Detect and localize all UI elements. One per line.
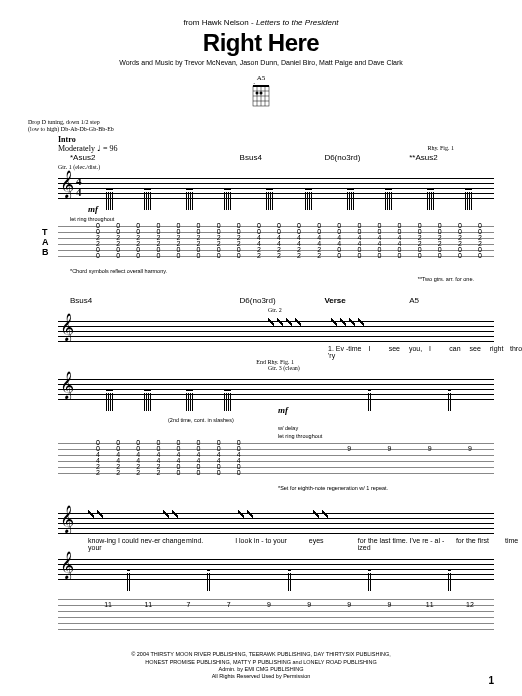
chord: Bsus4: [240, 153, 325, 162]
tab-numbers: 1111 77 99 99 1112: [88, 596, 490, 608]
tab-numbers: 002200002200002200002200 002200002200002…: [88, 223, 490, 259]
song-title: Right Here: [28, 29, 494, 57]
verse-label: Verse: [324, 296, 409, 305]
system-3: 𝄞 know-ing I could nev-er change your mi…: [28, 505, 494, 639]
lyrics-row-1: 1. Ev - 'rytimeIseeyou,Icanseerightthrou…: [88, 345, 522, 359]
svg-point-8: [256, 92, 259, 95]
footnote-2: **Two gtrs. arr. for one.: [28, 276, 494, 282]
svg-text:x: x: [253, 83, 255, 85]
delay-note: w/ delay: [28, 425, 494, 431]
chord-name: A5: [28, 74, 494, 82]
chord-row-2: Bsus4 D6(no3rd) Verse A5: [28, 296, 494, 305]
staff-2b: 𝄞 mf: [28, 371, 494, 415]
system-2: Bsus4 D6(no3rd) Verse A5 Gtr. 2 𝄞 1. Ev …: [28, 296, 494, 491]
chord: D6(no3rd): [240, 296, 325, 305]
tab-2: 004422004422004422004422 004400004400004…: [28, 443, 494, 483]
source-line: from Hawk Nelson - Letters to the Presid…: [28, 18, 494, 27]
chord: A5: [409, 296, 494, 305]
footnote-slashes: (2nd time, cont. in slashes): [28, 417, 494, 423]
page-number: 1: [488, 675, 494, 686]
chord-row-1: *Asus2 Bsus4 D6(no3rd) **Asus2: [28, 153, 494, 162]
copyright-line4: All Rights Reserved Used by Permission: [0, 673, 522, 680]
chord-diagram: A5 x: [28, 74, 494, 113]
tab-numbers: 004422004422004422004422 004400004400004…: [88, 440, 490, 476]
credits: Words and Music by Trevor McNevan, Jason…: [28, 59, 494, 66]
source-prefix: from Hawk Nelson -: [183, 18, 255, 27]
staff-2a: 𝄞: [28, 313, 494, 343]
treble-clef-icon: 𝄞: [60, 315, 74, 339]
treble-clef-icon: 𝄞: [60, 373, 74, 397]
tab-3: 1111 77 99 99 1112: [28, 599, 494, 639]
footnote-delay: *Set for eighth-note regeneration w/ 1 r…: [28, 485, 494, 491]
chord: *Asus2: [70, 153, 155, 162]
copyright-line3: Admin. by EMI CMG PUBLISHING: [0, 666, 522, 673]
source-album: Letters to the President: [256, 18, 339, 27]
treble-clef-icon: 𝄞: [60, 507, 74, 531]
staff-1: 𝄞 44 mf: [28, 170, 494, 214]
notes-area: [88, 375, 490, 411]
copyright-line2: HONEST PROMISE PUBLISHING, MATTY P PUBLI…: [0, 659, 522, 666]
staff-3b: 𝄞: [28, 551, 494, 595]
lyrics-row-2: know-ing I could nev-er change your mind…: [88, 537, 522, 551]
tuning-line2: (low to high) Db-Ab-Db-Gb-Bb-Eb: [28, 126, 494, 133]
system-1: *Asus2 Bsus4 D6(no3rd) **Asus2 Gtr. 1 (e…: [28, 153, 494, 282]
treble-clef-icon: 𝄞: [60, 172, 74, 196]
chord: [155, 296, 240, 305]
tab-label: TAB: [42, 228, 49, 258]
chord-grid: x: [250, 83, 272, 109]
tuning-line1: Drop D tuning, down 1/2 step: [28, 119, 494, 126]
time-signature: 44: [76, 176, 82, 197]
footnote-1: *Chord symbols reflect overall harmony.: [28, 268, 494, 274]
svg-point-9: [260, 92, 263, 95]
chord: **Asus2: [409, 153, 494, 162]
chord: D6(no3rd): [324, 153, 409, 162]
chord: Bsus4: [70, 296, 155, 305]
copyright-block: © 2004 THIRSTY MOON RIVER PUBLISHING, TE…: [0, 651, 522, 680]
copyright-line1: © 2004 THIRSTY MOON RIVER PUBLISHING, TE…: [0, 651, 522, 658]
notes-area: [88, 555, 490, 591]
chord: [155, 153, 240, 162]
rhy-fig-label: Rhy. Fig. 1: [427, 145, 454, 151]
tuning-info: Drop D tuning, down 1/2 step (low to hig…: [28, 119, 494, 133]
intro-label: Intro: [58, 135, 494, 144]
notes-area: [88, 174, 490, 210]
tab-1: TAB 002200002200002200002200 00220000220…: [28, 226, 494, 266]
staff-3a: 𝄞: [28, 505, 494, 535]
treble-clef-icon: 𝄞: [60, 553, 74, 577]
